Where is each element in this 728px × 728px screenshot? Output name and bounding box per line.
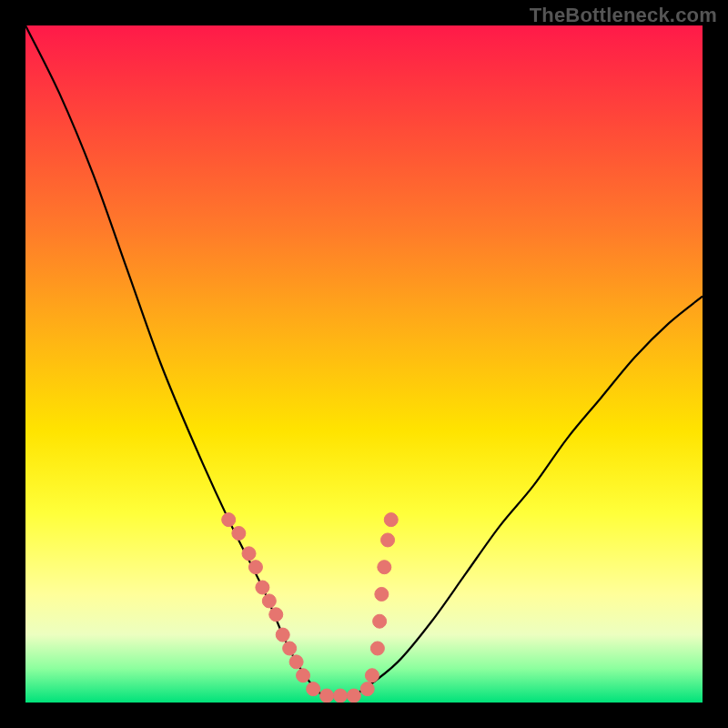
sample-point — [256, 581, 269, 594]
sample-point — [248, 561, 262, 574]
sample-point — [232, 527, 246, 541]
sample-point — [347, 689, 360, 703]
sample-point — [242, 547, 256, 561]
sample-point — [365, 669, 379, 682]
sample-point — [262, 594, 276, 608]
sample-point — [360, 682, 374, 696]
sample-point — [307, 682, 320, 696]
sample-point — [378, 561, 391, 574]
sample-point — [276, 628, 289, 642]
watermark-text: TheBottleneck.com — [530, 4, 717, 27]
sample-point — [375, 587, 389, 601]
sample-point — [297, 669, 310, 682]
bottleneck-curve — [25, 25, 703, 697]
chart-plot-area — [25, 25, 703, 703]
sample-point — [370, 642, 384, 655]
sample-point — [269, 608, 283, 622]
sample-point — [283, 642, 297, 655]
sample-point — [289, 655, 303, 669]
chart-svg — [25, 25, 703, 703]
sample-point — [333, 689, 347, 703]
sample-point — [381, 533, 395, 547]
sample-point — [222, 513, 236, 527]
sample-point — [384, 513, 398, 527]
sample-point — [320, 689, 334, 703]
sample-point — [373, 614, 387, 628]
